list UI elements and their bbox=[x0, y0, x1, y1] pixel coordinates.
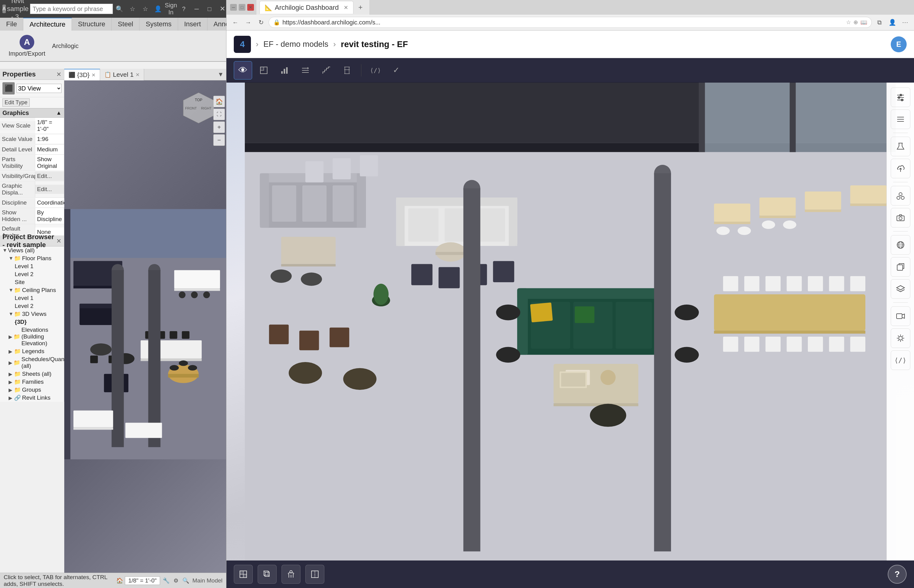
prop-value-view-scale[interactable]: 1/8" = 1'-0" bbox=[35, 118, 64, 134]
view-ctrl-zoom-in[interactable]: + bbox=[213, 121, 225, 133]
back-btn[interactable]: ← bbox=[230, 17, 240, 27]
rt-sliders-btn[interactable] bbox=[891, 87, 910, 107]
tab-steel[interactable]: Steel bbox=[112, 18, 139, 31]
bottom-3d-btn[interactable] bbox=[258, 565, 277, 584]
view-cube[interactable]: TOP RIGHT FRONT bbox=[180, 90, 217, 126]
help-btn[interactable]: ? bbox=[178, 3, 190, 15]
win-close-btn[interactable]: ✕ bbox=[247, 4, 254, 11]
status-icon-3[interactable]: 🔍 bbox=[182, 577, 190, 585]
prop-value-parts-visibility[interactable]: Show Original bbox=[35, 155, 64, 171]
profile-btn[interactable]: 👤 bbox=[887, 17, 898, 27]
browser-3d-active[interactable]: {3D} bbox=[0, 318, 64, 326]
section-expand-icon[interactable]: ▲ bbox=[56, 110, 62, 116]
edit-type-btn[interactable]: Edit Type bbox=[2, 99, 30, 107]
tab-architecture[interactable]: Architecture bbox=[23, 18, 71, 31]
view-tab-level1[interactable]: 📋 Level 1 ✕ bbox=[100, 69, 144, 81]
archilogic-tab[interactable]: 📐 Archilogic Dashboard ✕ bbox=[259, 1, 353, 14]
url-bar[interactable]: 🔒 https://dashboard.archilogic.com/s... … bbox=[269, 17, 872, 28]
browser-level1-plan[interactable]: Level 1 bbox=[0, 262, 64, 270]
browser-3d-views[interactable]: ▼ 📁 3D Views bbox=[0, 310, 64, 318]
bottom-person-btn[interactable] bbox=[282, 565, 300, 584]
tool-barchart-btn[interactable] bbox=[275, 61, 294, 79]
search-input[interactable] bbox=[30, 4, 113, 14]
tool-floorplan-btn[interactable] bbox=[254, 61, 273, 79]
properties-close-btn[interactable]: ✕ bbox=[56, 71, 62, 78]
browser-sheets[interactable]: ▶ 📁 Sheets (all) bbox=[0, 370, 64, 378]
prop-value-show-hidden[interactable]: By Discipline bbox=[35, 208, 64, 224]
browser-ceiling-plans[interactable]: ▼ 📁 Ceiling Plans bbox=[0, 286, 64, 294]
rt-camera-btn[interactable] bbox=[891, 208, 910, 228]
more-btn[interactable]: ⋯ bbox=[900, 17, 910, 27]
browser-level2-ceiling[interactable]: Level 2 bbox=[0, 302, 64, 310]
tool-code-btn[interactable]: ⟨/⟩ bbox=[366, 61, 385, 79]
rt-video-btn[interactable] bbox=[891, 306, 910, 326]
star2-btn[interactable]: ☆ bbox=[140, 3, 151, 15]
tab-insert[interactable]: Insert bbox=[178, 18, 207, 31]
extensions-btn[interactable]: ⧉ bbox=[874, 17, 885, 27]
breadcrumb-ef-demo[interactable]: EF - demo models bbox=[263, 39, 328, 49]
status-icon-1[interactable]: 🔧 bbox=[162, 577, 170, 585]
help-btn[interactable]: ? bbox=[888, 565, 907, 584]
view-tab-close-3d[interactable]: ✕ bbox=[91, 72, 96, 78]
browser-revit-links[interactable]: ▶ 🔗 Revit Links bbox=[0, 394, 64, 402]
share-icon[interactable]: ⊕ bbox=[853, 19, 858, 26]
win-minimize-btn[interactable]: ─ bbox=[230, 4, 237, 11]
archilogic-logo[interactable]: 4 bbox=[234, 36, 251, 53]
rt-code-btn[interactable]: ⟨/⟩ bbox=[891, 351, 910, 370]
view-tab-close-level1[interactable]: ✕ bbox=[136, 72, 139, 78]
view-ctrl-zoom-out[interactable]: − bbox=[213, 134, 225, 146]
sign-in-btn[interactable]: Sign In bbox=[165, 3, 177, 15]
tool-column-btn[interactable] bbox=[338, 61, 356, 79]
tab-systems[interactable]: Systems bbox=[139, 18, 178, 31]
view-tab-3d[interactable]: ⬛ {3D} ✕ bbox=[64, 69, 100, 81]
tool-check-btn[interactable]: ✓ bbox=[387, 61, 405, 79]
3d-viewport[interactable]: TOP RIGHT FRONT 🏠 ⛶ + − bbox=[64, 81, 226, 588]
browser-site-plan[interactable]: Site bbox=[0, 278, 64, 286]
tool-levels-btn[interactable] bbox=[296, 61, 314, 79]
browser-schedules[interactable]: ▶ 📁 Schedules/Quantities (all) bbox=[0, 355, 64, 370]
view-options-btn[interactable]: ▼ bbox=[217, 69, 224, 80]
user-btn[interactable]: 👤 bbox=[153, 3, 164, 15]
prop-value-visibility[interactable]: Edit... bbox=[35, 171, 64, 181]
rt-lines-btn[interactable] bbox=[891, 110, 910, 129]
status-icon-2[interactable]: ⚙ bbox=[172, 577, 180, 585]
tool-stairs-btn[interactable] bbox=[317, 61, 335, 79]
browser-close-btn[interactable]: ✕ bbox=[56, 237, 62, 245]
import-export-group[interactable]: A Import/Export bbox=[5, 34, 49, 58]
browser-level1-ceiling[interactable]: Level 1 bbox=[0, 294, 64, 302]
view-ctrl-zoom-extent[interactable]: ⛶ bbox=[213, 108, 225, 120]
forward-btn[interactable]: → bbox=[243, 17, 253, 27]
search-btn[interactable]: 🔍 bbox=[114, 3, 125, 15]
prop-value-scale-value[interactable]: 1:96 bbox=[35, 134, 64, 144]
win-maximize-btn[interactable]: □ bbox=[239, 4, 245, 11]
prop-value-detail-level[interactable]: Medium bbox=[35, 145, 64, 154]
rt-filter-btn[interactable] bbox=[891, 186, 910, 205]
rt-copy-btn[interactable] bbox=[891, 257, 910, 277]
tab-structure[interactable]: Structure bbox=[72, 18, 112, 31]
reader-icon[interactable]: 📖 bbox=[861, 19, 867, 26]
prop-value-graphic[interactable]: Edit... bbox=[35, 185, 64, 194]
bottom-plan-btn[interactable] bbox=[234, 565, 253, 584]
rt-sun-btn[interactable] bbox=[891, 328, 910, 348]
user-avatar[interactable]: E bbox=[891, 36, 907, 52]
minimize-btn[interactable]: ─ bbox=[191, 3, 202, 15]
browser-groups[interactable]: ▶ 📁 Groups bbox=[0, 386, 64, 394]
rt-layers-btn[interactable] bbox=[891, 279, 910, 299]
view-ctrl-house[interactable]: 🏠 bbox=[213, 96, 225, 107]
status-scale[interactable]: 1/8" = 1'-0" bbox=[125, 577, 160, 585]
browser-level2-plan[interactable]: Level 2 bbox=[0, 270, 64, 278]
rt-globe-btn[interactable] bbox=[891, 235, 910, 255]
star-btn[interactable]: ☆ bbox=[127, 3, 138, 15]
bottom-section-btn[interactable] bbox=[305, 565, 324, 584]
rt-beaker-btn[interactable] bbox=[891, 137, 910, 156]
tab-close-btn[interactable]: ✕ bbox=[344, 4, 348, 11]
browser-legends[interactable]: ▶ 📁 Legends bbox=[0, 347, 64, 355]
view-type-dropdown[interactable]: 3D View bbox=[16, 84, 62, 93]
star-icon[interactable]: ☆ bbox=[846, 19, 851, 26]
tab-file[interactable]: File bbox=[0, 18, 23, 31]
browser-floor-plans[interactable]: ▼ 📁 Floor Plans bbox=[0, 254, 64, 262]
browser-families[interactable]: ▶ 📁 Families bbox=[0, 378, 64, 386]
new-tab-btn[interactable]: + bbox=[355, 2, 366, 13]
rt-upload-btn[interactable] bbox=[891, 159, 910, 178]
arch-3d-viewport[interactable]: ⟨/⟩ bbox=[227, 82, 914, 561]
